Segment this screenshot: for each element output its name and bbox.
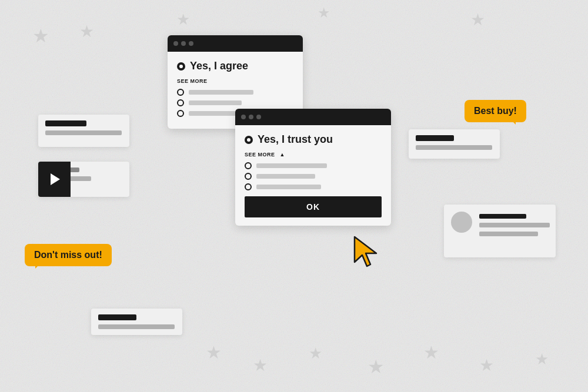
dialog-1-title: Yes, I agree <box>177 60 293 72</box>
star-1: ★ <box>32 26 49 45</box>
dialog-body-2: Yes, I trust you SEE MORE ▲ OK <box>235 125 391 226</box>
option-radio-2 <box>177 99 184 106</box>
option-radio-1 <box>177 89 184 96</box>
best-buy-bubble: Best buy! <box>465 100 526 122</box>
star-8: ★ <box>309 346 322 361</box>
card-bar-right-3 <box>479 232 538 236</box>
option-radio-5 <box>245 173 252 180</box>
dialog-2-option-2 <box>245 173 382 180</box>
ok-button[interactable]: OK <box>245 196 382 217</box>
see-more-icon: ▲ <box>280 152 285 158</box>
card-bar-dark-1 <box>45 120 86 126</box>
option-bar-2 <box>189 100 242 105</box>
titlebar-dot-5 <box>249 115 253 119</box>
card-bar-dark-4 <box>98 314 136 320</box>
star-3: ★ <box>176 12 190 27</box>
card-bar-dark-2 <box>416 135 454 141</box>
dialog-1-option-1 <box>177 89 293 96</box>
option-radio-6 <box>245 183 252 190</box>
video-thumbnail <box>38 162 71 197</box>
star-6: ★ <box>206 344 222 361</box>
star-10: ★ <box>423 344 439 361</box>
option-bar-1 <box>189 90 253 95</box>
scene: ★ ★ ★ ★ ★ ★ ★ ★ ★ ★ ★ ★ Yes, I agree <box>0 0 588 392</box>
dialog-2-option-3 <box>245 183 382 190</box>
option-bar-6 <box>256 185 321 189</box>
ui-card-right-1 <box>409 129 500 159</box>
star-11: ★ <box>479 357 494 374</box>
play-icon <box>51 173 60 185</box>
dialog-1-radio <box>177 62 185 71</box>
ui-card-1 <box>38 115 129 147</box>
star-9: ★ <box>368 357 385 376</box>
titlebar-dot-3 <box>189 41 193 46</box>
dialog-2-title: Yes, I trust you <box>245 133 382 146</box>
titlebar-dot-2 <box>181 41 186 46</box>
titlebar-dot-1 <box>173 41 178 46</box>
star-4: ★ <box>318 6 330 20</box>
card-bar-bottom-1 <box>98 324 175 329</box>
dialog-1-see-more[interactable]: SEE MORE <box>177 78 293 84</box>
best-buy-text: Best buy! <box>474 106 517 116</box>
dialog-2-radio <box>245 136 253 144</box>
dialog-window-2: Yes, I trust you SEE MORE ▲ OK <box>235 109 391 226</box>
svg-marker-0 <box>355 237 376 266</box>
dialog-1-option-2 <box>177 99 293 106</box>
star-12: ★ <box>535 351 549 367</box>
card-bar-dark-3 <box>479 214 526 219</box>
card-bar-right-2 <box>479 223 550 227</box>
dialog-2-option-1 <box>245 162 382 169</box>
titlebar-dot-6 <box>256 115 261 119</box>
dont-miss-out-text: Don't miss out! <box>34 250 102 260</box>
option-radio-4 <box>245 162 252 169</box>
option-radio-3 <box>177 110 184 117</box>
titlebar-dot-4 <box>241 115 246 119</box>
dialog-titlebar-2 <box>235 109 391 125</box>
card-bar-right-1 <box>416 145 492 150</box>
star-5: ★ <box>470 12 485 28</box>
dialog-titlebar-1 <box>168 35 303 52</box>
option-bar-4 <box>256 163 327 168</box>
ui-card-bottom <box>91 309 182 335</box>
option-bar-5 <box>256 174 315 179</box>
dialog-2-see-more[interactable]: SEE MORE ▲ <box>245 152 382 158</box>
card-bar-1 <box>45 130 122 135</box>
star-2: ★ <box>79 24 94 40</box>
dont-miss-out-bubble: Don't miss out! <box>25 244 112 266</box>
cursor-arrow <box>352 234 381 272</box>
ui-card-right-2 <box>444 205 556 257</box>
ui-card-video <box>38 162 129 197</box>
star-7: ★ <box>253 357 268 374</box>
avatar-icon <box>451 212 472 233</box>
